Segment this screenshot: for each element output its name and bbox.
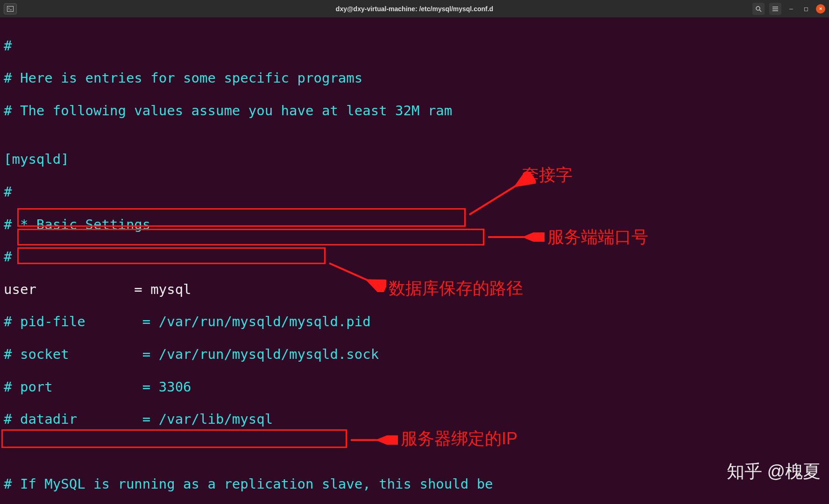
config-datadir: # datadir = /var/lib/mysql xyxy=(4,411,825,427)
config-line: # Here is entries for some specific prog… xyxy=(4,70,825,86)
config-line: # The following values assume you have a… xyxy=(4,103,825,119)
close-button[interactable]: × xyxy=(816,4,825,14)
config-line: # xyxy=(4,184,825,200)
config-pidfile: # pid-file = /var/run/mysqld/mysqld.pid xyxy=(4,314,825,330)
config-line: # xyxy=(4,38,825,54)
terminal-icon[interactable] xyxy=(4,3,17,14)
svg-rect-0 xyxy=(7,6,14,11)
annotation-bind: 服务器绑定的IP xyxy=(401,428,517,448)
config-line: # * Basic Settings xyxy=(4,217,825,233)
arrow-port xyxy=(484,232,545,242)
titlebar: dxy@dxy-virtual-machine: /etc/mysql/mysq… xyxy=(0,0,829,18)
watermark: 知乎 @槐夏 xyxy=(727,461,821,483)
maximize-button[interactable]: □ xyxy=(801,4,811,14)
annotation-socket: 套接字 xyxy=(522,165,573,185)
window-title: dxy@dxy-virtual-machine: /etc/mysql/mysq… xyxy=(336,5,493,13)
config-line: # xyxy=(4,249,825,265)
search-button[interactable] xyxy=(752,3,765,15)
svg-point-2 xyxy=(756,7,760,10)
menu-button[interactable] xyxy=(769,3,781,15)
config-user: user = mysql xyxy=(4,281,825,298)
highlight-box-bind xyxy=(1,429,347,448)
config-line: # If MySQL is running as a replication s… xyxy=(4,476,825,492)
terminal-content[interactable]: # # Here is entries for some specific pr… xyxy=(0,18,829,504)
config-section: [mysqld] xyxy=(4,151,825,168)
arrow-bind xyxy=(347,435,398,445)
svg-line-3 xyxy=(759,10,761,12)
minimize-button[interactable]: — xyxy=(786,4,796,14)
config-port: # port = 3306 xyxy=(4,379,825,395)
config-socket: # socket = /var/run/mysqld/mysqld.sock xyxy=(4,346,825,363)
